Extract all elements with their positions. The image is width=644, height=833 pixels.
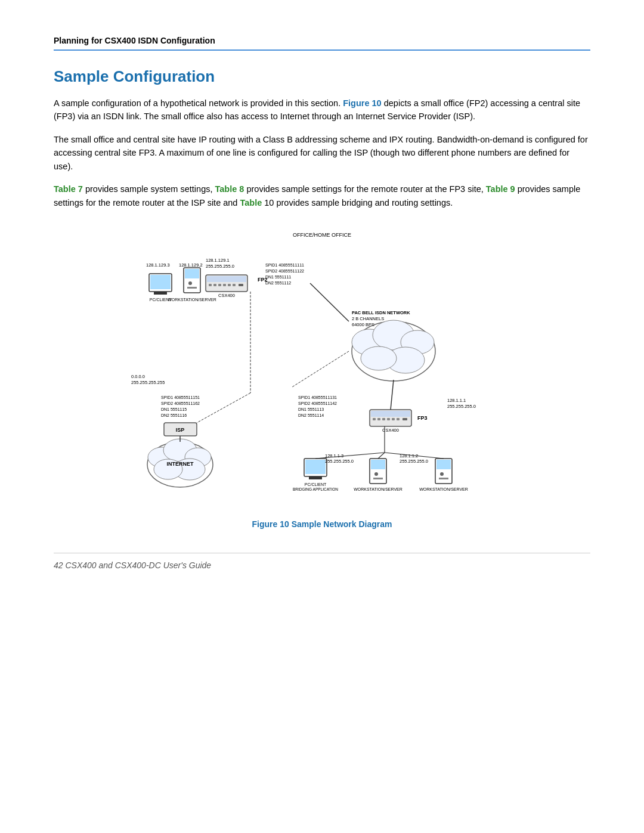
figure-container: OFFICE/HOME OFFICE PC/CLIENT WORKSTATION…: [54, 226, 590, 529]
figure-caption: Figure 10 Sample Network Diagram: [252, 519, 392, 529]
svg-rect-83: [439, 478, 448, 479]
svg-rect-78: [373, 478, 383, 479]
svg-text:DN1    5551113: DN1 5551113: [298, 407, 324, 411]
svg-line-93: [292, 351, 349, 387]
svg-text:255.255.255.255: 255.255.255.255: [131, 380, 165, 385]
header-title: Planning for CSX400 ISDN Configuration: [54, 36, 215, 45]
svg-text:DN1    5551111: DN1 5551111: [265, 275, 291, 279]
svg-rect-61: [377, 418, 380, 420]
svg-rect-15: [228, 284, 231, 286]
svg-text:128.1.1.1: 128.1.1.1: [447, 398, 466, 403]
svg-rect-12: [213, 284, 216, 286]
para1-text-start: A sample configuration of a hypothetical…: [54, 98, 343, 108]
table9-link[interactable]: Table 9: [486, 184, 515, 194]
para3-end: provides sample bridging and routing set…: [274, 198, 453, 208]
footer-text: 42 CSX400 and CSX400-DC User's Guide: [54, 561, 211, 570]
svg-rect-1: [154, 292, 167, 295]
section-title: Sample Configuration: [54, 67, 590, 86]
svg-text:WORKSTATION/SERVER: WORKSTATION/SERVER: [419, 487, 468, 491]
svg-rect-13: [218, 284, 221, 286]
page: Planning for CSX400 ISDN Configuration S…: [0, 0, 644, 833]
svg-text:255.255.255.0: 255.255.255.0: [325, 459, 354, 464]
footer-section: 42 CSX400 and CSX400-DC User's Guide: [54, 553, 590, 571]
fp2-ip2: 128.1.129.2: [179, 262, 203, 268]
svg-rect-64: [392, 418, 395, 420]
svg-text:SPID2  40855511122: SPID2 40855511122: [265, 269, 304, 273]
svg-rect-66: [402, 418, 407, 420]
header-section: Planning for CSX400 ISDN Configuration: [54, 36, 590, 51]
svg-text:SPID1  40855511131: SPID1 40855511131: [298, 395, 337, 400]
svg-rect-76: [371, 460, 385, 469]
svg-text:255.255.255.0: 255.255.255.0: [447, 404, 476, 409]
svg-rect-5: [185, 269, 199, 278]
svg-rect-10: [207, 276, 246, 282]
svg-text:PC/CLIENT: PC/CLIENT: [305, 482, 327, 487]
svg-text:WORKSTATION/SERVER: WORKSTATION/SERVER: [354, 487, 402, 491]
svg-rect-65: [397, 418, 400, 420]
svg-rect-71: [309, 476, 322, 479]
svg-point-77: [374, 472, 378, 476]
svg-rect-81: [436, 460, 451, 469]
svg-text:INTERNET: INTERNET: [167, 461, 194, 467]
svg-rect-7: [187, 287, 197, 289]
fp2-ip3-1: 128.1.129.1: [206, 258, 230, 263]
svg-point-33: [361, 346, 397, 370]
svg-rect-72: [305, 460, 326, 474]
svg-line-91: [378, 453, 385, 459]
table7-link[interactable]: Table 7: [54, 184, 83, 194]
svg-line-69: [391, 380, 394, 410]
network-diagram: OFFICE/HOME OFFICE PC/CLIENT WORKSTATION…: [113, 226, 531, 512]
svg-line-24: [310, 283, 349, 321]
figure-10-link[interactable]: Figure 10: [343, 98, 381, 108]
svg-text:CSX400: CSX400: [218, 293, 235, 298]
svg-text:FP3: FP3: [417, 415, 428, 421]
svg-rect-11: [209, 284, 212, 286]
svg-rect-16: [233, 284, 236, 286]
svg-text:SPID2  40855511162: SPID2 40855511162: [161, 401, 200, 405]
svg-text:ISP: ISP: [176, 427, 185, 433]
svg-text:PAC BELL ISDN NETWORK: PAC BELL ISDN NETWORK: [352, 310, 410, 315]
svg-text:SPID2  40855511142: SPID2 40855511142: [298, 401, 337, 405]
svg-text:0.0.0.0: 0.0.0.0: [131, 374, 145, 379]
fp2-ip1: 128.1.129.3: [146, 262, 170, 268]
paragraph-3: Table 7 provides sample system settings,…: [54, 182, 590, 209]
svg-point-82: [440, 472, 444, 476]
svg-rect-17: [239, 284, 243, 286]
table8-link[interactable]: Table 8: [215, 184, 244, 194]
svg-rect-59: [371, 411, 410, 417]
para3-mid2: provides sample settings for the remote …: [244, 184, 485, 194]
svg-text:WORKSTATION/SERVER: WORKSTATION/SERVER: [168, 298, 216, 302]
svg-rect-63: [387, 418, 390, 420]
svg-text:SPID1  40855511151: SPID1 40855511151: [161, 395, 200, 400]
para3-mid1: provides sample system settings,: [83, 184, 215, 194]
table10-link[interactable]: Table: [240, 198, 262, 208]
fp2-ip3-2: 255.255.255.0: [206, 264, 234, 269]
svg-text:DN1    5551115: DN1 5551115: [161, 407, 187, 411]
svg-text:DN2    5551112: DN2 5551112: [265, 281, 291, 285]
svg-text:SPID1  40855511111: SPID1 40855511111: [265, 263, 304, 267]
paragraph-2: The small office and central site have I…: [54, 133, 590, 173]
svg-text:BRIDGING APPLICATION: BRIDGING APPLICATION: [293, 487, 338, 491]
svg-text:255.255.255.0: 255.255.255.0: [400, 459, 428, 464]
para3-mid4: 10: [262, 198, 274, 208]
svg-text:64000 BPS: 64000 BPS: [352, 322, 374, 327]
svg-line-51: [197, 393, 250, 423]
svg-rect-62: [382, 418, 385, 420]
svg-text:DN2    5551114: DN2 5551114: [298, 413, 324, 417]
svg-point-6: [188, 281, 192, 285]
svg-rect-2: [150, 275, 171, 289]
svg-rect-60: [373, 418, 376, 420]
paragraph-1: A sample configuration of a hypothetical…: [54, 97, 590, 123]
svg-text:2 B CHANNELS: 2 B CHANNELS: [352, 316, 384, 321]
office-label: OFFICE/HOME OFFICE: [293, 232, 351, 238]
svg-rect-14: [223, 284, 226, 286]
svg-text:DN2    5551116: DN2 5551116: [161, 413, 187, 417]
